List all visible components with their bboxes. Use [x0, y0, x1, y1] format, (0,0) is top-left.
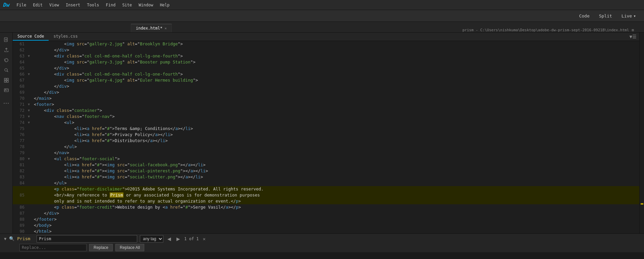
find-label: Prism	[17, 236, 34, 241]
table-row: 66 ▼ <div class="col col-md-one-half col…	[13, 71, 639, 77]
tab-styles-css[interactable]: styles.css	[49, 33, 82, 41]
table-row: 76 <li><a href="#">Privacy Policy</a></l…	[13, 132, 639, 138]
prev-match-btn[interactable]: ◀	[166, 235, 172, 242]
find-mode-icon[interactable]: 🔍	[9, 236, 14, 241]
menu-view[interactable]: View	[46, 1, 62, 9]
table-row: 77 <li><a href="#">Distributors</a></li>	[13, 138, 639, 144]
table-row: 70 </main>	[13, 95, 639, 101]
find-bar: ▼ 🔍 Prism any tag ◀ ▶ 1 of 1 ✕ Replace R…	[0, 233, 644, 252]
source-tabs-row: Source Code styles.css ▼☰	[13, 33, 639, 41]
code-view-btn[interactable]: Code	[576, 12, 592, 19]
table-row: 87 </div>	[13, 210, 639, 216]
svg-rect-10	[7, 81, 8, 82]
tag-select[interactable]: any tag	[140, 235, 163, 243]
code-panel: Source Code styles.css ▼☰ 61 <img src="g…	[13, 33, 639, 233]
table-row: 62 </div>	[13, 47, 639, 53]
replace-all-btn[interactable]: Replace All	[115, 244, 144, 251]
sidebar-icons: •••	[0, 33, 13, 233]
replace-row: Replace Replace All	[4, 244, 640, 251]
app-logo: Dw	[3, 2, 9, 8]
code-table: 61 <img src="gallery-2.jpg" alt="Brookly…	[13, 41, 639, 233]
filter-icon[interactable]: ▼☰	[630, 34, 637, 39]
table-row: 71 ▼ <footer>	[13, 101, 639, 107]
upload-icon[interactable]	[1, 45, 11, 55]
find-row: ▼ 🔍 Prism any tag ◀ ▶ 1 of 1 ✕	[4, 235, 640, 243]
menu-help[interactable]: Help	[157, 1, 173, 9]
table-row: 84 </ul>	[13, 180, 639, 186]
svg-rect-9	[4, 81, 6, 82]
tab-bar: index.html* × prism - C:\Users\nishkuma\…	[0, 22, 644, 33]
match-count: 1 of 1	[184, 236, 199, 241]
table-row: 89 </body>	[13, 222, 639, 228]
menu-edit[interactable]: Edit	[30, 1, 46, 9]
tab-path: prism - C:\Users\nishkuma\Desktop\adobe-…	[172, 28, 644, 32]
svg-rect-7	[4, 78, 6, 80]
menu-bar: File Edit View Insert Tools Find Site Wi…	[13, 1, 173, 9]
live-view-btn[interactable]: Live ▾	[619, 12, 639, 19]
table-row: 90 </html>	[13, 228, 639, 233]
asset-icon[interactable]	[1, 86, 11, 95]
refresh-icon[interactable]	[1, 55, 11, 65]
table-row: 78 </ul>	[13, 144, 639, 150]
tab-index-html[interactable]: index.html* ×	[131, 24, 172, 32]
chevron-down-icon: ▾	[633, 13, 636, 18]
table-row: 65 </div>	[13, 65, 639, 71]
table-row: 79 </nav>	[13, 150, 639, 156]
table-row: 72 ▼ <div class="container">	[13, 107, 639, 114]
table-row: 86 <p class="footer-credit">Website desi…	[13, 204, 639, 210]
table-row: 61 <img src="gallery-2.jpg" alt="Brookly…	[13, 41, 639, 47]
svg-rect-8	[7, 78, 8, 80]
menu-find[interactable]: Find	[102, 1, 119, 9]
svg-line-6	[7, 71, 8, 72]
element-icon[interactable]	[1, 76, 11, 85]
scroll-marker	[641, 203, 643, 205]
next-match-btn[interactable]: ▶	[175, 235, 181, 242]
inspect-icon[interactable]	[1, 66, 11, 75]
table-row: 64 <img src="gallery-3.jpg" alt="Booster…	[13, 59, 639, 65]
menu-insert[interactable]: Insert	[62, 1, 84, 9]
menu-file[interactable]: File	[13, 1, 30, 9]
table-row: 75 <li><a href="#">Terms &amp; Condition…	[13, 126, 639, 132]
files-icon[interactable]	[1, 35, 11, 45]
code-content[interactable]: 61 <img src="gallery-2.jpg" alt="Brookly…	[13, 41, 639, 233]
tab-source-code[interactable]: Source Code	[13, 33, 49, 41]
table-row: 73 ▼ <nav class="footer-nav">	[13, 114, 639, 120]
title-bar: Dw File Edit View Insert Tools Find Site…	[0, 0, 644, 10]
table-row: 80 ▼ <ul class="footer-social">	[13, 156, 639, 162]
menu-tools[interactable]: Tools	[84, 1, 102, 9]
main-layout: ••• Source Code styles.css ▼☰ 61 <img sr…	[0, 33, 644, 233]
split-view-btn[interactable]: Split	[596, 12, 615, 19]
table-row: 74 ▼ <ul>	[13, 120, 639, 126]
find-input[interactable]	[37, 235, 137, 243]
table-row: 68 </div>	[13, 83, 639, 89]
replace-input[interactable]	[19, 244, 87, 251]
tab-close-btn[interactable]: ×	[164, 26, 167, 31]
menu-window[interactable]: Window	[135, 1, 156, 9]
tab-filename: index.html*	[136, 26, 162, 31]
table-row: 83 <li><a href="#"><img src="social-twit…	[13, 174, 639, 180]
table-row: 82 <li><a href="#"><img src="social-pint…	[13, 168, 639, 174]
table-row: 88 </footer>	[13, 216, 639, 222]
replace-btn[interactable]: Replace	[89, 244, 113, 251]
table-row: 85 <p class="footer-disclaimer">©2015 Ad…	[13, 186, 639, 204]
view-toolbar: Code Split Live ▾	[0, 10, 644, 22]
more-icon[interactable]: •••	[1, 98, 11, 108]
table-row: 69 </div>	[13, 89, 639, 95]
table-row: 67 <img src="gallery-4.jpg" alt="Euler H…	[13, 77, 639, 83]
expand-arrow[interactable]: ▼	[4, 236, 6, 241]
find-close-btn[interactable]: ✕	[203, 236, 206, 242]
svg-point-5	[5, 69, 7, 71]
right-gutter	[639, 33, 644, 233]
table-row: 63 ▼ <div class="col col-md-one-half col…	[13, 53, 639, 59]
menu-site[interactable]: Site	[119, 1, 135, 9]
table-row: 81 <li><a href="#"><img src="social-face…	[13, 162, 639, 168]
tab-pin-icon[interactable]: ⊞	[632, 28, 634, 32]
